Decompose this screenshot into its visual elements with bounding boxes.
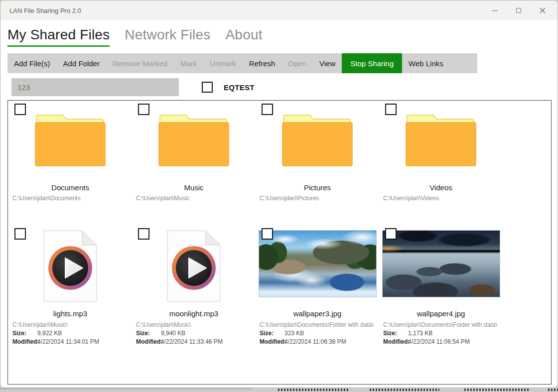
size-label: Size: (12, 329, 37, 338)
file-path: C:\Users\jdari\Documents\Folder with dat… (383, 321, 503, 329)
folder-item-music[interactable]: Music C:\Users\jdari\Music (132, 103, 256, 202)
folder-name: Documents (8, 183, 132, 192)
modified-label: Modified: (12, 338, 37, 346)
file-path: C:\Users\jdari\Music\ (136, 321, 256, 329)
background-window-sliver (0, 388, 252, 390)
folder-icon (158, 114, 230, 167)
file-item-moonlight-mp3[interactable]: moonlight.mp3 C:\Users\jdari\Music\ Size… (132, 224, 256, 346)
filter-row: EQTEST (11, 78, 255, 96)
folder-path: C:\Users\jdari\Music (132, 195, 256, 202)
stop-sharing-button[interactable]: Stop Sharing (342, 53, 402, 73)
file-row: lights.mp3 C:\Users\jdari\Music\ Size:9,… (8, 224, 503, 346)
folder-icon (281, 114, 353, 167)
folder-item-pictures[interactable]: Pictures C:\Users\jdari\Pictures (256, 103, 379, 202)
item-checkbox[interactable] (14, 104, 26, 115)
web-links-button[interactable]: Web Links (402, 53, 450, 73)
file-size: 323 KB (284, 330, 304, 337)
file-modified: 4/22/2024 11:33:46 PM (161, 338, 223, 345)
tab-network-files[interactable]: Network Files (125, 27, 210, 47)
folder-item-documents[interactable]: Documents C:\Users\jdari\Documents (8, 103, 132, 202)
file-item-lights-mp3[interactable]: lights.mp3 C:\Users\jdari\Music\ Size:9,… (8, 224, 132, 346)
folder-name: Videos (379, 183, 503, 192)
eqtest-checkbox[interactable] (202, 82, 213, 93)
search-input[interactable] (11, 78, 179, 96)
item-checkbox[interactable] (385, 228, 397, 240)
image-thumbnail-waterfall (259, 230, 377, 297)
modified-label: Modified: (383, 338, 408, 346)
toolbar: Add File(s) Add Folder Remove Marked Mar… (7, 53, 477, 73)
file-modified: 4/22/2024 11:06:38 PM (284, 338, 346, 345)
file-modified: 4/22/2024 11:06:54 PM (408, 338, 470, 345)
window-title: LAN File Sharing Pro 2.0 (0, 7, 81, 14)
folder-item-videos[interactable]: Videos C:\Users\jdari\Videos (379, 103, 503, 202)
file-item-wallpaper3-jpg[interactable]: wallpaper3.jpg C:\Users\jdari\Documents\… (256, 224, 379, 346)
folder-name: Music (132, 183, 256, 192)
remove-marked-button: Remove Marked (106, 53, 174, 73)
file-details: C:\Users\jdari\Music\ Size:9,940 KB Modi… (132, 321, 256, 346)
file-size: 1,173 KB (408, 330, 432, 337)
folder-row: Documents C:\Users\jdari\Documents Music… (8, 103, 503, 202)
file-modified: 4/22/2024 11:34:01 PM (37, 338, 99, 345)
item-checkbox[interactable] (262, 228, 273, 240)
folder-icon (34, 114, 106, 167)
file-details: C:\Users\jdari\Music\ Size:9,922 KB Modi… (8, 321, 132, 346)
tab-my-shared-files[interactable]: My Shared Files (7, 27, 110, 47)
file-size: 9,940 KB (161, 330, 185, 337)
minimize-button[interactable] (483, 0, 507, 20)
size-label: Size: (383, 329, 408, 338)
folder-name: Pictures (256, 183, 379, 192)
file-details: C:\Users\jdari\Documents\Folder with dat… (379, 321, 503, 346)
item-checkbox[interactable] (385, 104, 397, 115)
file-details: C:\Users\jdari\Documents\Folder with dat… (256, 321, 379, 346)
open-button: Open (281, 53, 313, 73)
file-name: lights.mp3 (8, 309, 132, 318)
file-path: C:\Users\jdari\Documents\Folder with dat… (260, 321, 379, 329)
item-checkbox[interactable] (138, 104, 149, 115)
item-checkbox[interactable] (262, 104, 273, 115)
folder-path: C:\Users\jdari\Videos (379, 195, 503, 202)
title-bar: LAN File Sharing Pro 2.0 (0, 0, 558, 20)
tab-bar: My Shared Files Network Files About (7, 27, 263, 47)
close-icon (540, 7, 546, 13)
file-name: wallpaper4.jpg (379, 309, 503, 318)
size-label: Size: (136, 329, 161, 338)
file-path: C:\Users\jdari\Music\ (12, 321, 132, 329)
audio-file-icon (43, 230, 97, 302)
file-item-wallpaper4-jpg[interactable]: wallpaper4.jpg C:\Users\jdari\Documents\… (379, 224, 503, 346)
image-thumbnail-seascape (382, 230, 500, 297)
minimize-icon (492, 10, 498, 11)
folder-icon (405, 114, 477, 167)
file-name: moonlight.mp3 (132, 309, 256, 318)
folder-path: C:\Users\jdari\Documents (8, 195, 132, 202)
unmark-button: Unmark (203, 53, 243, 73)
file-size: 9,922 KB (37, 330, 62, 337)
item-checkbox[interactable] (14, 228, 26, 240)
mark-button: Mark (174, 53, 203, 73)
item-checkbox[interactable] (138, 228, 149, 240)
shared-files-panel: Documents C:\Users\jdari\Documents Music… (7, 100, 552, 385)
file-name: wallpaper3.jpg (256, 309, 379, 318)
audio-file-icon (167, 230, 221, 302)
size-label: Size: (260, 329, 284, 338)
eqtest-checkbox-label: EQTEST (224, 83, 255, 92)
view-button[interactable]: View (313, 53, 342, 73)
background-text-sliver (370, 389, 439, 391)
add-folder-button[interactable]: Add Folder (57, 53, 106, 73)
window-controls (483, 0, 555, 20)
tab-about[interactable]: About (225, 27, 262, 47)
maximize-button[interactable] (507, 0, 531, 20)
modified-label: Modified: (260, 338, 284, 346)
background-text-sliver (278, 389, 349, 391)
background-text-sliver (464, 389, 529, 391)
folder-path: C:\Users\jdari\Pictures (256, 195, 379, 202)
add-files-button[interactable]: Add File(s) (7, 53, 57, 73)
refresh-button[interactable]: Refresh (243, 53, 282, 73)
modified-label: Modified: (136, 338, 161, 346)
app-window: LAN File Sharing Pro 2.0 My Shared Files… (0, 0, 558, 388)
maximize-icon (516, 8, 521, 13)
close-button[interactable] (531, 0, 555, 20)
background-text-sliver (548, 389, 558, 391)
